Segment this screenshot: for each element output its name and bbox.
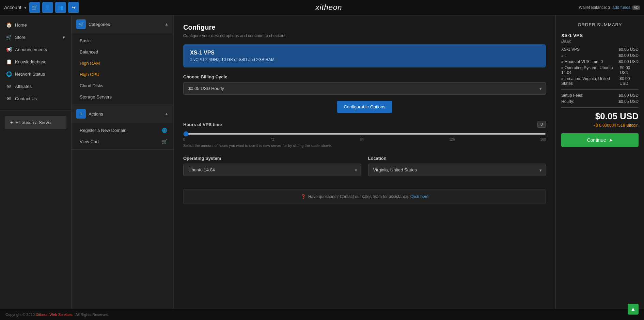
slider-ticks: 0 42 84 126 168 [183,138,546,141]
hours-slider[interactable] [183,133,546,135]
billing-cycle-select-wrap: $0.05 USD Hourly $30 USD Monthly [183,82,546,95]
category-balanced[interactable]: Balanced [72,46,173,58]
categories-header[interactable]: 🛒 Categories ▲ [72,15,173,33]
footer-rights: . All Rights Reserved. [74,313,109,317]
sidebar-item-network-status[interactable]: 🌐 Network Status [0,68,71,80]
actions-header[interactable]: + Actions ▲ [72,105,173,123]
categories-title: Categories [89,22,110,27]
order-line-location: » Location: Virginia, United States $0.0… [561,76,639,86]
sidebar-item-contact-us[interactable]: ✉ Contact Us [0,92,71,105]
billing-cycle-select[interactable]: $0.05 USD Hourly $30 USD Monthly [183,82,546,95]
slider-value-display: 0 [537,121,546,128]
launch-server-button[interactable]: + + Launch a Server [5,116,66,129]
sidebar-home-label: Home [15,22,27,28]
network-icon: 🌐 [6,71,12,77]
sidebar-announcements-label: Announcements [15,47,47,52]
topbar-icon-group: 🛒 👤 👥 ↪ [29,2,79,13]
add-funds-link[interactable]: add funds [612,5,630,10]
actions-list: Register a New Domain 🌐 View Cart 🛒 [72,123,173,149]
launch-icon: + [10,120,13,125]
sidebar-item-home[interactable]: 🏠 Home [0,19,71,31]
order-line-os: » Operating System: Ubuntu 14.04 $0.00 U… [561,65,639,75]
os-location-row: Operating System Ubuntu 14.04 Ubuntu 16.… [183,156,546,182]
location-select[interactable]: Virginia, United States New York, United… [368,164,546,176]
location-select-wrap: Virginia, United States New York, United… [368,164,546,176]
logo: xitheon [316,3,342,12]
sidebar-nav: 🏠 Home 🛒 Store ▾ 📢 Announcements [0,15,71,108]
ad-badge: AD [632,5,640,10]
slider-label: Hours of VPS time [183,122,222,127]
action-register-domain[interactable]: Register a New Domain 🌐 [72,125,173,136]
configurable-options-button[interactable]: Configurable Options [337,101,392,113]
order-summary-title: ORDER SUMMARY [561,22,639,27]
user-icon-btn[interactable]: 👤 [42,2,53,13]
launch-label: + Launch a Server [16,120,52,125]
knowledgebase-icon: 📋 [6,59,12,64]
sidebar-kb-label: Knowledgebase [15,59,47,64]
sidebar-item-announcements[interactable]: 📢 Announcements [0,43,71,56]
main-content: Configure Configure your desired options… [174,15,555,309]
os-select[interactable]: Ubuntu 14.04 Ubuntu 16.04 Ubuntu 18.04 C… [183,164,361,176]
scroll-top-button[interactable]: ▲ [628,304,639,315]
location-field: Location Virginia, United States New Yor… [368,156,546,182]
questions-text: Have questions? Contact our sales team f… [308,194,410,199]
question-icon: ❓ [301,194,306,199]
sidebar-item-affiliates[interactable]: ✉ Affiliates [0,80,71,92]
product-card-desc: 1 vCPU 2.4GHz, 10 GB of SSD and 2GB RAM [190,57,539,62]
continue-button[interactable]: Continue ➤ [561,133,639,147]
sidebar-item-store[interactable]: 🛒 Store ▾ [0,31,71,43]
categories-collapse-icon: ▲ [164,22,169,27]
action-view-cart[interactable]: View Cart 🛒 [72,136,173,147]
location-label: Location [368,156,546,161]
sidebar-contact-label: Contact Us [15,96,37,101]
logout-icon-btn[interactable]: ↪ [68,2,79,13]
os-label: Operating System [183,156,361,161]
sidebar-item-knowledgebase[interactable]: 📋 Knowledgebase [0,56,71,68]
affiliates-icon: ✉ [6,83,12,89]
category-high-ram[interactable]: High RAM [72,58,173,69]
order-btc-price: ~₿ 0.0000047519 Bitcoin [561,123,639,128]
click-here-link[interactable]: Click here [410,194,428,199]
globe-icon: 🌐 [162,128,167,133]
order-line-extra: » : $0.00 USD [561,53,639,58]
category-cloud-disks[interactable]: Cloud Disks [72,80,173,91]
product-card[interactable]: XS-1 VPS 1 vCPU 2.4GHz, 10 GB of SSD and… [183,44,546,67]
slider-wrap [183,131,546,136]
order-category: Basic [561,39,639,44]
cart-small-icon: 🛒 [162,139,167,144]
actions-icon: + [76,109,86,119]
footer-company: Xitheon Web Services [36,313,73,317]
sidebar-affiliates-label: Affiliates [15,84,32,89]
configure-subtitle: Configure your desired options and conti… [183,33,546,38]
order-setup-fees: Setup Fees: $0.00 USD [561,93,639,98]
category-basic[interactable]: Basic [72,35,173,46]
order-product-name: XS-1 VPS [561,33,639,38]
footer-text: Copyright © 2020 [5,313,36,317]
actions-collapse-icon: ▲ [164,111,169,116]
sidebar: 🏠 Home 🛒 Store ▾ 📢 Announcements [0,15,72,309]
topbar: Account ▾ 🛒 👤 👥 ↪ xitheon Wallet Balance… [0,0,644,15]
hours-slider-section: Hours of VPS time 0 0 42 84 126 168 Sele… [183,121,546,148]
actions-title: Actions [89,111,103,117]
announcements-icon: 📢 [6,47,12,52]
home-icon: 🏠 [6,22,12,28]
order-line-product: XS-1 VPS $0.05 USD [561,47,639,52]
configure-title: Configure [183,24,546,31]
sidebar-network-label: Network Status [15,72,45,77]
product-card-name: XS-1 VPS [190,50,539,56]
account-dropdown[interactable]: Account [4,5,21,10]
cart-icon-btn[interactable]: 🛒 [29,2,40,13]
billing-cycle-label: Choose Billing Cycle [183,74,546,79]
order-line-hours: » Hours of VPS time: 0 $0.00 USD [561,59,639,64]
users-icon-btn[interactable]: 👥 [55,2,66,13]
middle-panel: 🛒 Categories ▲ Basic Balanced High RAM H… [72,15,174,309]
slider-hint: Select the amount of hours you want to u… [183,143,546,148]
continue-arrow-icon: ➤ [609,137,613,143]
categories-section: 🛒 Categories ▲ Basic Balanced High RAM H… [72,15,173,105]
continue-label: Continue [587,137,606,143]
order-hourly: Hourly: $0.05 USD [561,99,639,104]
category-storage-servers[interactable]: Storage Servers [72,91,173,103]
category-high-cpu[interactable]: High CPU [72,69,173,80]
topbar-left: Account ▾ 🛒 👤 👥 ↪ [4,2,79,13]
store-arrow-icon: ▾ [63,35,65,40]
